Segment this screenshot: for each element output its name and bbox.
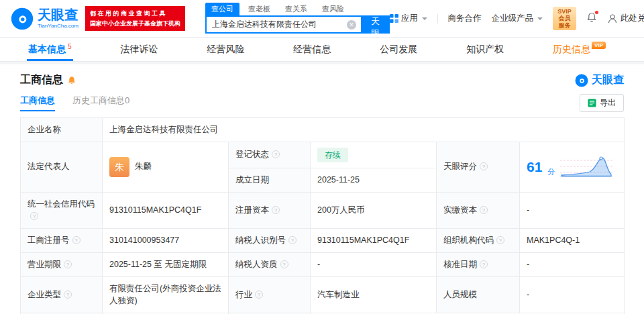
svip-line1: SVIP <box>557 8 572 15</box>
menu-cooperation[interactable]: 商务合作 <box>448 13 482 24</box>
export-button[interactable]: 导出 <box>580 94 624 112</box>
company-name-label: 企业名称 <box>28 125 61 134</box>
reg-number-label: 工商注册号 <box>28 235 70 245</box>
search-tab-boss[interactable]: 查老板 <box>242 3 276 15</box>
subtab-business-registration[interactable]: 工商信息 <box>20 95 55 111</box>
reg-status-label: 登记状态 <box>235 150 269 159</box>
tab-history-info[interactable]: 历史信息 VIP <box>551 38 607 61</box>
info-icon[interactable] <box>272 150 280 158</box>
menu-enterprise[interactable]: 企业级产品 <box>492 13 543 24</box>
info-icon[interactable] <box>255 291 263 299</box>
tianyancha-logo-icon <box>11 7 34 30</box>
clear-icon[interactable] <box>347 20 356 30</box>
row-company-type: 企业类型 有限责任公司(外商投资企业法人独资) 行业 汽车制造业 人员规模 - <box>21 276 625 313</box>
search-tab-risk[interactable]: 查风险 <box>316 3 350 15</box>
org-code-value: MAK1PC4Q-1 <box>527 235 580 245</box>
search-tab-company[interactable]: 查公司 <box>205 3 239 15</box>
tab-basic-info-label: 基本信息 <box>28 44 66 56</box>
notification-bell[interactable] <box>586 12 597 25</box>
reg-number-value: 310141000953477 <box>109 235 179 245</box>
info-icon[interactable] <box>480 260 488 268</box>
business-registration-card: 工商信息 天眼查 工商信息 历史工商信息0 <box>0 64 644 314</box>
section-title: 工商信息 <box>20 73 63 87</box>
search-button[interactable]: 天眼一下 <box>361 15 390 34</box>
row-business-term: 营业期限 2025-11-25 至 无固定期限 纳税人资质 - 核准日期 - <box>21 252 625 276</box>
export-doc-icon <box>588 99 596 107</box>
info-icon[interactable] <box>64 291 72 299</box>
paid-capital-value: - <box>527 205 529 215</box>
taxpayer-quality-value: - <box>317 260 320 269</box>
info-icon[interactable] <box>288 236 297 244</box>
tab-legal-proceedings[interactable]: 法律诉讼 <box>119 38 159 61</box>
info-icon[interactable] <box>64 260 72 268</box>
row-legal-rep: 法定代表人 朱 朱麟 登记状态 存续 天眼评分 61 分 <box>21 142 625 168</box>
user-label: 此处兑换 <box>621 13 644 24</box>
approval-date-value: - <box>527 260 529 269</box>
score-label: 天眼评分 <box>443 162 477 171</box>
info-icon[interactable] <box>280 260 288 268</box>
taxpayer-id-value: 91310115MAK1PC4Q1F <box>317 235 409 245</box>
subtab-history-registration[interactable]: 历史工商信息0 <box>72 95 129 111</box>
header-right-menu: 应用 商务合作 企业级产品 SVIP 会员服务 此处兑换 <box>390 7 644 30</box>
apps-label: 应用 <box>401 13 418 24</box>
info-icon[interactable] <box>480 162 488 170</box>
chevron-down-icon <box>422 17 427 20</box>
search-input[interactable] <box>205 15 361 34</box>
svip-member-badge[interactable]: SVIP 会员服务 <box>553 7 576 30</box>
legal-rep-label: 法定代表人 <box>28 162 70 171</box>
brand-domain: TianYanCha.com <box>38 23 78 29</box>
info-icon[interactable] <box>30 212 38 220</box>
menu-enterprise-label: 企业级产品 <box>492 13 534 24</box>
taxpayer-quality-label: 纳税人资质 <box>235 260 278 269</box>
legal-rep-avatar[interactable]: 朱 <box>109 157 129 177</box>
tab-intellectual-property[interactable]: 知识产权 <box>465 38 505 61</box>
taxpayer-id-label: 纳税人识别号 <box>235 235 286 245</box>
export-label: 导出 <box>600 97 616 109</box>
score-value: 61 <box>527 160 542 174</box>
promo-banner: 都 在 用 的 商 业 查 询 工 具 国家中小企业发展子基金旗下机构 <box>85 6 185 31</box>
industry-value: 汽车制造业 <box>317 290 360 299</box>
approval-date-label: 核准日期 <box>443 260 477 269</box>
user-account-menu[interactable]: 此处兑换 <box>607 13 644 24</box>
announcement-bell-icon[interactable] <box>67 76 76 85</box>
tab-business-info[interactable]: 经营信息 <box>292 38 332 61</box>
establish-date-value: 2025-11-25 <box>317 175 360 185</box>
business-term-value: 2025-11-25 至 无固定期限 <box>109 260 207 269</box>
search-area: 查公司 查老板 查关系 查风险 天眼一下 <box>205 3 390 34</box>
tab-basic-info-count: 5 <box>68 43 72 50</box>
chevron-down-icon <box>537 17 543 20</box>
info-icon[interactable] <box>72 236 80 244</box>
search-tabs: 查公司 查老板 查关系 查风险 <box>205 3 390 15</box>
top-header: 天眼查 TianYanCha.com 都 在 用 的 商 业 查 询 工 具 国… <box>0 0 644 38</box>
user-icon <box>607 13 618 24</box>
credit-code-label: 统一社会信用代码 <box>28 199 95 209</box>
svip-line2: 会员服务 <box>557 15 572 29</box>
establish-date-label: 成立日期 <box>235 175 269 185</box>
promo-banner-line1: 都 在 用 的 商 业 查 询 工 具 <box>90 9 180 18</box>
tianyancha-watermark-icon <box>575 74 588 87</box>
score-unit: 分 <box>547 166 555 178</box>
tab-basic-info[interactable]: 基本信息 5 <box>27 38 73 61</box>
tab-history-info-label: 历史信息 <box>553 44 590 56</box>
divider <box>437 14 438 23</box>
legal-rep-name[interactable]: 朱麟 <box>135 160 152 173</box>
paid-capital-label: 实缴资本 <box>443 205 477 215</box>
watermark-logo: 天眼查 <box>575 73 624 87</box>
info-icon[interactable] <box>272 206 280 214</box>
apps-grid-icon <box>390 14 398 23</box>
brand-name: 天眼查 <box>38 8 78 21</box>
org-code-label: 组织机构代码 <box>443 235 494 245</box>
row-reg-number: 工商注册号 310141000953477 纳税人识别号 91310115MAK… <box>21 229 625 253</box>
search-tab-relation[interactable]: 查关系 <box>279 3 313 15</box>
tab-operational-risk[interactable]: 经营风险 <box>205 38 246 61</box>
business-term-label: 营业期限 <box>28 260 61 269</box>
tianyancha-logo[interactable]: 天眼查 TianYanCha.com <box>11 7 78 30</box>
info-icon[interactable] <box>480 206 488 214</box>
credit-code-value: 91310115MAK1PC4Q1F <box>109 205 201 215</box>
apps-menu[interactable]: 应用 <box>390 13 427 24</box>
info-icon[interactable] <box>496 236 504 244</box>
industry-label: 行业 <box>235 290 252 299</box>
row-credit-code: 统一社会信用代码 91310115MAK1PC4Q1F 注册资本 200万人民币… <box>21 192 625 229</box>
vip-badge: VIP <box>592 42 606 49</box>
tab-company-development[interactable]: 公司发展 <box>378 38 419 61</box>
